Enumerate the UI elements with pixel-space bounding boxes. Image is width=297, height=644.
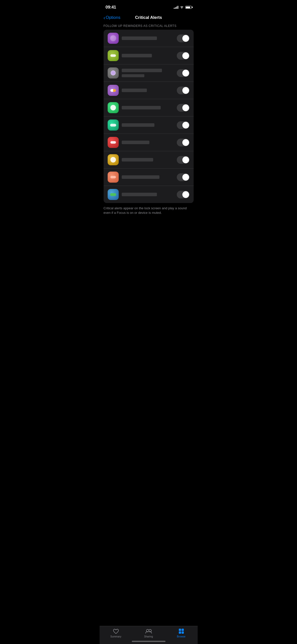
item-name-blur — [122, 141, 149, 144]
item-name-blur — [122, 106, 161, 109]
toggle-5[interactable] — [177, 104, 190, 112]
wifi-icon — [180, 6, 184, 9]
item-content-10 — [122, 193, 177, 196]
item-content-2 — [122, 54, 177, 57]
item-content-8 — [122, 158, 177, 162]
toggle-knob-7 — [182, 139, 189, 146]
app-icon-3 — [108, 67, 119, 78]
list-item — [104, 64, 194, 82]
list-item — [104, 30, 194, 47]
app-icon-4 — [108, 85, 119, 96]
item-content-7 — [122, 141, 177, 144]
toggle-knob-10 — [182, 191, 189, 198]
item-content-9 — [122, 175, 177, 179]
battery-icon — [185, 6, 192, 9]
toggle-10[interactable] — [177, 191, 190, 198]
status-bar: 09:41 — [100, 0, 198, 13]
pill-shape — [111, 70, 116, 75]
toggle-knob-8 — [182, 156, 189, 163]
medications-list — [104, 30, 194, 203]
item-name-blur — [122, 193, 157, 196]
list-item — [104, 116, 194, 134]
page-title: Critical Alerts — [135, 15, 162, 20]
app-icon-2 — [108, 50, 119, 61]
toggle-knob-2 — [182, 52, 189, 59]
list-item — [104, 99, 194, 116]
pill-shape — [110, 141, 116, 144]
pill-shape — [110, 105, 116, 110]
app-icon-6 — [108, 119, 119, 131]
pill-shape — [110, 54, 116, 57]
item-content-5 — [122, 106, 177, 109]
pill-shape — [110, 193, 116, 196]
item-name-blur — [122, 69, 162, 72]
toggle-knob-6 — [182, 122, 189, 129]
toggle-6[interactable] — [177, 121, 190, 129]
toggle-knob-4 — [182, 87, 189, 94]
back-label: Options — [106, 15, 120, 20]
back-chevron-icon: ‹ — [104, 15, 105, 20]
item-sub-blur — [122, 74, 144, 77]
pill-shape — [110, 124, 116, 127]
list-item — [104, 169, 194, 186]
app-icon-7 — [108, 137, 119, 148]
toggle-knob-3 — [182, 70, 189, 76]
status-icons — [174, 6, 192, 9]
toggle-9[interactable] — [177, 173, 190, 181]
pill-shape — [110, 89, 116, 92]
section-label: FOLLOW UP REMINDERS AS CRITICAL ALERTS — [100, 24, 198, 30]
app-icon-9 — [108, 172, 119, 183]
toggle-7[interactable] — [177, 139, 190, 146]
item-content-4 — [122, 89, 177, 92]
status-time: 09:41 — [106, 5, 116, 10]
item-content-3 — [122, 69, 177, 77]
item-name-blur — [122, 123, 154, 127]
item-name-blur — [122, 54, 152, 57]
toggle-knob-1 — [182, 35, 189, 42]
toggle-3[interactable] — [177, 69, 190, 77]
toggle-1[interactable] — [177, 34, 190, 42]
item-content-6 — [122, 123, 177, 127]
list-item — [104, 151, 194, 169]
app-icon-1 — [108, 33, 119, 44]
footer-note: Critical alerts appear on the lock scree… — [100, 203, 198, 223]
list-item — [104, 186, 194, 203]
toggle-8[interactable] — [177, 156, 190, 164]
item-name-blur — [122, 36, 157, 40]
item-name-blur — [122, 175, 159, 179]
toggle-2[interactable] — [177, 52, 190, 60]
toggle-knob-5 — [182, 104, 189, 111]
item-name-blur — [122, 89, 147, 92]
app-icon-5 — [108, 102, 119, 113]
nav-header: ‹ Options Critical Alerts — [100, 13, 198, 24]
app-icon-10 — [108, 189, 119, 200]
signal-bars-icon — [174, 6, 178, 9]
toggle-knob-9 — [182, 174, 189, 181]
toggle-4[interactable] — [177, 87, 190, 94]
list-item — [104, 47, 194, 64]
item-name-blur — [122, 158, 153, 162]
pill-shape — [110, 157, 116, 163]
pill-shape — [110, 176, 116, 178]
list-item — [104, 82, 194, 99]
item-content-1 — [122, 36, 177, 40]
back-button[interactable]: ‹ Options — [104, 15, 120, 20]
list-item — [104, 134, 194, 151]
app-icon-8 — [108, 154, 119, 165]
